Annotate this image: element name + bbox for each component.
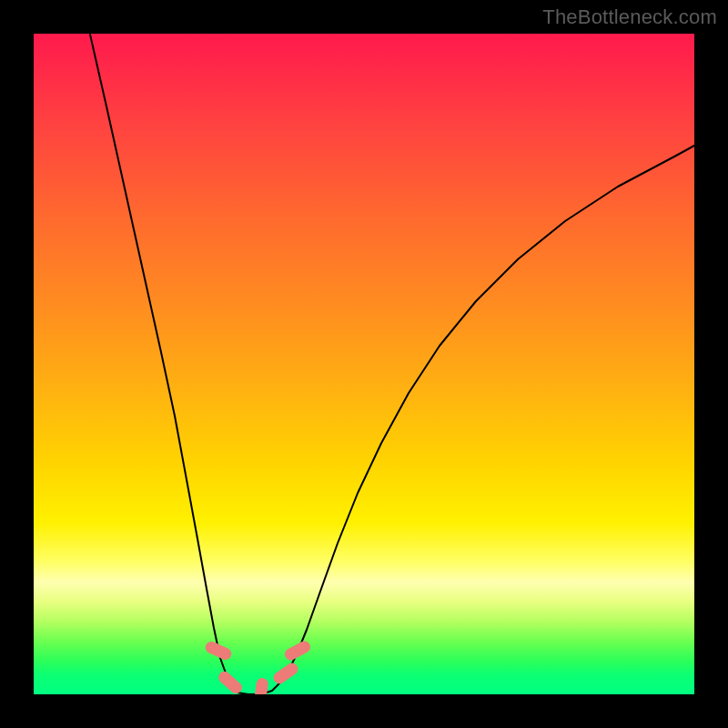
curve-marker (283, 639, 313, 662)
chart-frame: TheBottleneck.com (0, 0, 728, 728)
curve-marker (253, 677, 268, 694)
bottleneck-curve (88, 34, 694, 694)
watermark-text: TheBottleneck.com (542, 5, 717, 29)
curve-marker (204, 640, 234, 662)
curve-marker (217, 669, 245, 694)
curve-marker (271, 661, 300, 686)
plot-area (34, 34, 694, 694)
curve-markers (204, 639, 313, 694)
curve-layer (34, 34, 694, 694)
